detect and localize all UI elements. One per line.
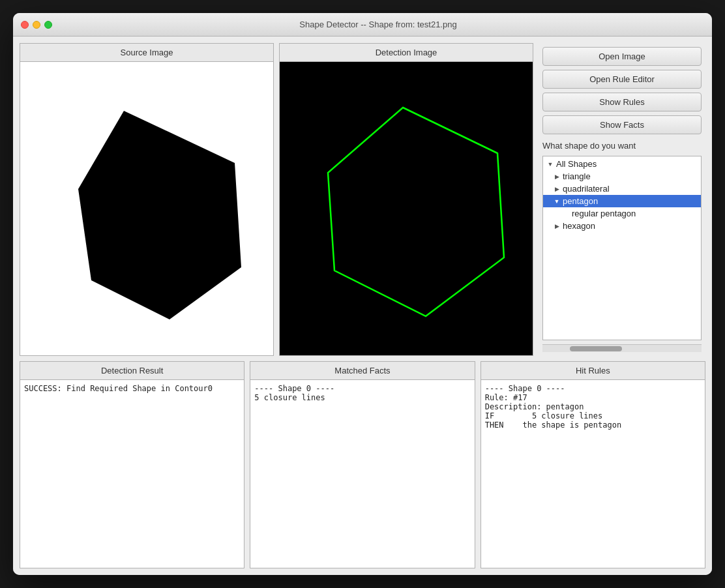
source-image-area — [20, 62, 273, 355]
show-facts-button[interactable]: Show Facts — [542, 115, 702, 134]
matched-facts-header: Matched Facts — [250, 362, 474, 380]
scrollbar-thumb — [570, 346, 622, 351]
tree-item-all-shapes[interactable]: ▼ All Shapes — [543, 158, 701, 170]
matched-facts-content: ---- Shape 0 ---- 5 closure lines — [250, 380, 474, 568]
tree-label-triangle: triangle — [563, 171, 591, 181]
maximize-button[interactable] — [44, 21, 52, 29]
tree-arrow-all-shapes: ▼ — [546, 160, 555, 169]
title-bar: Shape Detector -- Shape from: test21.png — [13, 13, 712, 37]
shape-tree: ▼ All Shapes ▶ triangle ▶ quadrilateral — [542, 156, 702, 340]
detection-image-area — [280, 62, 533, 355]
tree-item-triangle[interactable]: ▶ triangle — [543, 170, 701, 183]
detection-result-panel: Detection Result SUCCESS: Find Required … — [20, 361, 244, 568]
tree-item-hexagon[interactable]: ▶ hexagon — [543, 220, 701, 232]
tree-item-regular-pentagon[interactable]: regular pentagon — [543, 207, 701, 220]
svg-marker-0 — [78, 111, 241, 319]
detection-image-panel: Detection Image — [279, 43, 533, 356]
traffic-lights — [21, 21, 52, 29]
tree-label-pentagon: pentagon — [563, 196, 598, 206]
source-image-header: Source Image — [20, 44, 273, 62]
minimize-button[interactable] — [33, 21, 40, 29]
tree-arrow-hexagon: ▶ — [552, 222, 561, 231]
sidebar: Open Image Open Rule Editor Show Rules S… — [539, 43, 705, 356]
bottom-section: Detection Result SUCCESS: Find Required … — [20, 361, 705, 568]
main-window: Shape Detector -- Shape from: test21.png… — [13, 13, 712, 575]
tree-arrow-triangle: ▶ — [552, 172, 561, 181]
tree-label-quadrilateral: quadrilateral — [563, 184, 610, 194]
show-rules-button[interactable]: Show Rules — [542, 93, 702, 111]
source-shape-svg — [39, 85, 254, 332]
tree-label: What shape do you want — [542, 138, 702, 152]
tree-arrow-regular-pentagon — [561, 209, 570, 218]
tree-item-pentagon[interactable]: ▼ pentagon — [543, 195, 701, 207]
tree-arrow-quadrilateral: ▶ — [552, 184, 561, 194]
detection-result-header: Detection Result — [20, 362, 244, 380]
open-rule-editor-button[interactable]: Open Rule Editor — [542, 70, 702, 89]
tree-label-all-shapes: All Shapes — [556, 159, 597, 169]
window-title: Shape Detector -- Shape from: test21.png — [52, 20, 704, 29]
tree-scrollbar[interactable] — [542, 344, 702, 352]
detection-shape-svg — [282, 81, 530, 336]
matched-facts-panel: Matched Facts ---- Shape 0 ---- 5 closur… — [250, 361, 475, 568]
open-image-button[interactable]: Open Image — [542, 47, 702, 66]
top-section: Source Image Detection Image — [20, 43, 705, 356]
source-image-panel: Source Image — [20, 43, 274, 356]
hit-rules-content: ---- Shape 0 ---- Rule: #17 Description:… — [481, 380, 705, 568]
main-content: Source Image Detection Image — [13, 37, 712, 575]
close-button[interactable] — [21, 21, 29, 29]
tree-item-quadrilateral[interactable]: ▶ quadrilateral — [543, 183, 701, 195]
hit-rules-panel: Hit Rules ---- Shape 0 ---- Rule: #17 De… — [481, 361, 705, 568]
tree-label-regular-pentagon: regular pentagon — [572, 209, 636, 218]
tree-label-hexagon: hexagon — [563, 221, 595, 231]
tree-arrow-pentagon: ▼ — [552, 197, 561, 206]
detection-result-content: SUCCESS: Find Required Shape in Contour0 — [20, 380, 244, 568]
svg-marker-1 — [328, 108, 504, 316]
hit-rules-header: Hit Rules — [481, 362, 705, 380]
detection-image-header: Detection Image — [280, 44, 533, 62]
